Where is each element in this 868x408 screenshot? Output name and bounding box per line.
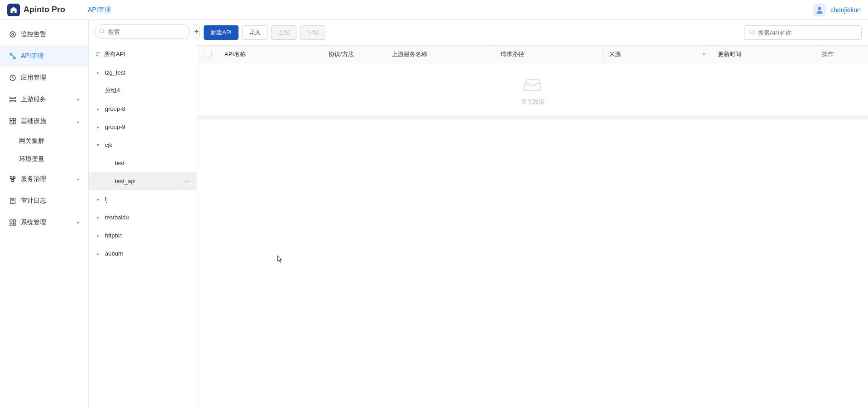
svg-rect-19 (13, 223, 15, 225)
tree-item-label: auburn (105, 250, 123, 257)
offline-button[interactable]: 下线 (300, 25, 325, 40)
svg-rect-8 (10, 119, 12, 121)
import-button[interactable]: 导入 (242, 25, 267, 40)
search-icon (99, 28, 105, 36)
tree-item[interactable]: ▸group-9 (89, 118, 197, 136)
sidebar-item-label: 上游服务 (21, 95, 46, 104)
table-header: API名称 协议/方法 上游服务名称 请求路径 来源 ▼ 更新时间 操作 (197, 45, 868, 63)
sidebar-item-api[interactable]: API管理 (0, 45, 88, 67)
app-icon (9, 74, 16, 81)
sidebar-item-app[interactable]: 应用管理 (0, 67, 88, 89)
chevron-right-icon: ▸ (97, 70, 102, 75)
tree-item[interactable]: test (89, 154, 197, 172)
chevron-down-icon: ▾ (77, 97, 79, 102)
chevron-right-icon: ▸ (97, 106, 102, 111)
logo[interactable]: Apinto Pro (7, 4, 65, 16)
sidebar-item-label: 服务治理 (21, 175, 46, 183)
svg-rect-18 (10, 223, 12, 225)
sidebar-item-label: 监控告警 (21, 30, 46, 38)
chevron-down-icon: ▾ (77, 220, 79, 225)
tree-item-label: test_api (115, 178, 136, 185)
sidebar-item-label: API管理 (21, 52, 44, 60)
tree-item-label: lzg_test (105, 69, 125, 76)
filter-icon[interactable]: ▼ (701, 52, 706, 57)
tree-item-label: group-8 (105, 105, 125, 112)
tree-item-label: group-9 (105, 123, 125, 130)
monitor-icon (9, 31, 16, 38)
sidebar-item-settings[interactable]: 系统管理 ▾ (0, 212, 88, 233)
sidebar-item-monitor[interactable]: 监控告警 (0, 24, 88, 45)
svg-point-3 (10, 53, 12, 55)
tree-item[interactable]: 分组4 (89, 81, 197, 100)
table-footer-bar (197, 115, 868, 119)
chevron-right-icon: ▸ (97, 215, 102, 220)
sidebar-subitem-env[interactable]: 环境变量 (0, 150, 88, 168)
governance-icon (9, 176, 16, 183)
tree-item[interactable]: test_api··· (89, 172, 197, 190)
username: chenjiekun (830, 6, 861, 14)
sidebar: 监控告警 API管理 应用管理 上游服务 ▾ 基础设施 ▴ 网关集群 环境变量 … (0, 20, 89, 408)
col-path[interactable]: 请求路径 (495, 46, 604, 63)
tree-search-input[interactable] (94, 24, 190, 39)
select-all-checkbox[interactable] (205, 51, 212, 58)
audit-icon (9, 197, 16, 204)
col-upstream[interactable]: 上游服务名称 (386, 46, 495, 63)
tree-item[interactable]: ▾cjk (89, 136, 197, 154)
sidebar-item-label: 基础设施 (21, 117, 46, 125)
tree-item[interactable]: ▸httpbin (89, 226, 197, 244)
tree-item[interactable]: ▸group-8 (89, 100, 197, 118)
empty-state: 暂无数据 (197, 63, 868, 115)
sidebar-item-upstream[interactable]: 上游服务 ▾ (0, 89, 88, 110)
chevron-right-icon: ▸ (97, 124, 102, 129)
header: Apinto Pro API管理 chenjiekun (0, 0, 868, 20)
toolbar: 新建API 导入 上线 下线 (197, 20, 868, 45)
tree-item[interactable]: ▸lzg_test (89, 63, 197, 81)
col-name[interactable]: API名称 (219, 46, 323, 63)
tree-root-label: 所有API (104, 50, 125, 58)
tree-root-all[interactable]: 所有API (89, 45, 197, 63)
col-protocol[interactable]: 协议/方法 (323, 46, 386, 63)
sidebar-item-audit[interactable]: 审计日志 (0, 190, 88, 212)
col-source[interactable]: 来源 ▼ (604, 46, 712, 63)
sidebar-item-governance[interactable]: 服务治理 ▾ (0, 168, 88, 190)
infra-icon (9, 118, 16, 125)
tree-item-label: cjk (105, 142, 112, 148)
sidebar-item-label: 应用管理 (21, 74, 46, 82)
create-api-button[interactable]: 新建API (204, 25, 238, 40)
tree-item[interactable]: ▸auburn (89, 244, 197, 262)
tree-item-label: 分组4 (105, 86, 120, 95)
svg-rect-9 (13, 119, 15, 121)
api-search-input[interactable] (744, 25, 862, 40)
tree-item-label: test (115, 160, 124, 166)
search-icon (749, 29, 755, 37)
header-user[interactable]: chenjiekun (813, 4, 861, 16)
online-button[interactable]: 上线 (271, 25, 296, 40)
sidebar-item-infra[interactable]: 基础设施 ▴ (0, 110, 88, 132)
more-icon[interactable]: ··· (184, 177, 191, 185)
svg-rect-6 (10, 97, 15, 99)
tree-item[interactable]: ▸lj (89, 190, 197, 208)
tree-item-label: lj (105, 196, 108, 203)
api-icon (9, 52, 16, 60)
svg-point-4 (14, 57, 15, 59)
settings-icon (9, 219, 16, 226)
tree-panel: + 所有API ▸lzg_test分组4▸group-8▸group-9▾cjk… (89, 20, 197, 408)
svg-rect-17 (13, 220, 15, 222)
svg-rect-10 (10, 122, 12, 124)
table: API名称 协议/方法 上游服务名称 请求路径 来源 ▼ 更新时间 操作 暂无数… (197, 45, 868, 408)
tree-item[interactable]: ▸testbaidu (89, 208, 197, 226)
tree-search-bar: + (89, 20, 197, 43)
chevron-down-icon: ▾ (97, 142, 102, 147)
chevron-down-icon: ▾ (77, 177, 79, 182)
sidebar-item-label: 系统管理 (21, 218, 46, 227)
svg-point-1 (10, 32, 15, 37)
empty-icon (521, 77, 544, 93)
upstream-icon (9, 96, 16, 103)
svg-point-2 (12, 33, 14, 35)
list-icon (95, 51, 101, 58)
logo-icon (7, 4, 20, 16)
col-update[interactable]: 更新时间 (712, 46, 816, 63)
breadcrumb[interactable]: API管理 (88, 6, 111, 14)
col-action: 操作 (816, 46, 868, 63)
sidebar-subitem-gateway[interactable]: 网关集群 (0, 132, 88, 150)
